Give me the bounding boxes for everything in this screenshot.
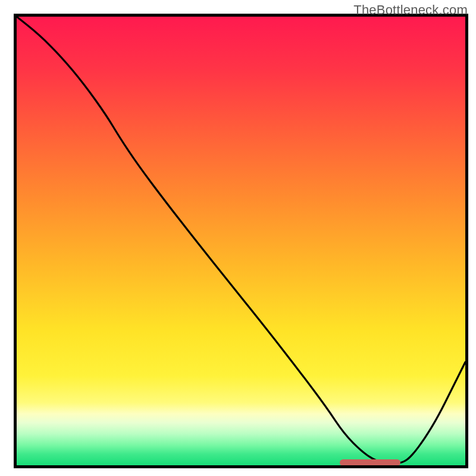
chart-container: TheBottleneck.com (0, 0, 476, 476)
optimal-range-marker (340, 459, 400, 466)
plot-area (17, 17, 465, 465)
data-curve (17, 17, 465, 465)
watermark-text: TheBottleneck.com (353, 2, 468, 18)
plot-frame (14, 14, 468, 468)
